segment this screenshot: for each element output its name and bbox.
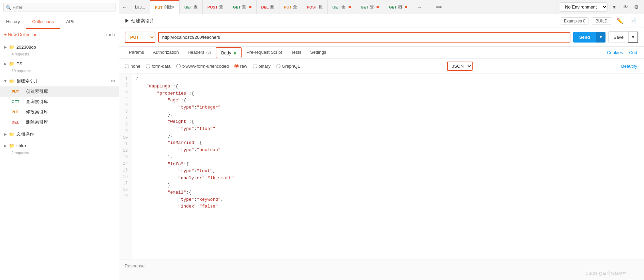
collection-header-shiro[interactable]: ▶ 📁 shiro — [0, 141, 119, 151]
eye-button[interactable]: 👁 — [621, 3, 630, 11]
collection-name: 创建索引库 — [16, 78, 39, 84]
collection-header-202308db[interactable]: ▶ 📁 202308db — [0, 42, 119, 52]
tab-put-all[interactable]: PUT 全 — [279, 0, 302, 14]
send-dropdown-button[interactable]: ▼ — [596, 32, 606, 43]
line-number: 15 — [121, 167, 131, 174]
config-button[interactable]: ⚙ — [632, 3, 641, 12]
tab-method-put: PUT — [284, 5, 292, 9]
tab-label: 查 — [194, 4, 198, 10]
collection-name: ES — [16, 61, 22, 66]
tab-post2[interactable]: POST 撞 — [302, 0, 328, 14]
tab-authorization[interactable]: Authorization — [149, 47, 183, 59]
json-format-select[interactable]: JSON — [447, 62, 473, 71]
radio-urlencoded[interactable]: x-www-form-urlencoded — [176, 64, 229, 69]
tab-put-create[interactable]: PUT 创建× — [150, 0, 180, 14]
save-button[interactable]: Save — [609, 32, 628, 43]
request-name: 查询索引库 — [26, 99, 48, 105]
line-number: 17 — [121, 180, 131, 187]
code-content[interactable]: { "mappings":{ "properties":{ "age":{ "t… — [132, 74, 644, 260]
save-dropdown-button[interactable]: ▼ — [628, 32, 638, 43]
more-tabs-button[interactable]: ••• — [433, 0, 445, 14]
line-number: 19 — [121, 193, 131, 200]
back-button[interactable]: ← — [119, 0, 130, 14]
request-item-put-create[interactable]: PUT 创建索引库 — [0, 86, 119, 97]
radio-raw[interactable]: raw — [234, 64, 247, 69]
line-number: 2 — [121, 82, 131, 89]
chevron-icon: ▶ — [4, 144, 7, 148]
sidebar-content: ▶ 📁 202308db 4 requests ▶ 📁 ES 10 reques… — [0, 40, 119, 280]
tab-del[interactable]: DEL 删 — [257, 0, 279, 14]
tab-get-query[interactable]: GET 查 — [180, 0, 203, 14]
sidebar-tab-apis[interactable]: APIs — [60, 15, 81, 29]
new-collection-button[interactable]: + New Collection — [4, 32, 37, 37]
scroll-right-button[interactable]: → — [414, 0, 425, 14]
edit-button[interactable]: ✏️ — [615, 17, 625, 25]
radio-none[interactable]: none — [125, 64, 140, 69]
collection-create-index: ▶ 📁 创建索引库 ••• PUT 创建索引库 GET 查询索引库 PUT 修改… — [0, 75, 119, 128]
request-item-put-modify[interactable]: PUT 修改索引库 — [0, 107, 119, 117]
tab-get-login[interactable]: GET 登. — [356, 0, 384, 14]
collection-202308db: ▶ 📁 202308db 4 requests — [0, 42, 119, 58]
folder-icon: 📁 — [9, 45, 14, 50]
method-select[interactable]: PUT — [125, 32, 155, 43]
more-icon[interactable]: ••• — [110, 78, 116, 84]
json-format-wrap: JSON — [447, 62, 473, 71]
tab-label: 全 — [293, 4, 297, 10]
chevron-icon: ▶ — [4, 45, 7, 49]
tab-label: 全. — [341, 4, 347, 10]
tab-body[interactable]: Body — [216, 47, 242, 58]
tab-settings[interactable]: Settings — [306, 47, 330, 59]
folder-icon: 📁 — [9, 143, 14, 148]
radio-binary[interactable]: binary — [253, 64, 271, 69]
breadcrumb-right: Examples 0 BUILD ✏️ 📄 — [561, 17, 639, 25]
line-numbers: 1 2 3 4 5 6 7 8 9 10 11 12 13 14 15 16 1… — [119, 74, 132, 260]
build-button[interactable]: BUILD — [592, 17, 611, 25]
collection-header-ES[interactable]: ▶ 📁 ES — [0, 59, 119, 69]
examples-button[interactable]: Examples 0 — [561, 17, 588, 25]
url-input[interactable] — [158, 32, 570, 43]
line-number: 4 — [121, 96, 131, 102]
cookies-button[interactable]: Cookies — [605, 49, 624, 56]
response-label: Response — [125, 263, 145, 268]
tab-get-test[interactable]: GET 测. — [384, 0, 412, 14]
env-dropdown-button[interactable]: ▼ — [610, 3, 619, 11]
tab-headers[interactable]: Headers (8) — [184, 47, 215, 59]
tab-post1[interactable]: POST 查 — [203, 0, 228, 14]
request-item-del[interactable]: DEL 删除索引库 — [0, 117, 119, 127]
line-number: 11 — [121, 141, 131, 148]
line-number: 12 — [121, 148, 131, 154]
docs-button[interactable]: 📄 — [628, 17, 639, 25]
trash-button[interactable]: Trash — [104, 32, 115, 37]
chevron-icon: ▶ — [4, 132, 7, 136]
radio-graphql[interactable]: GraphQL — [276, 64, 300, 69]
tab-method-put: PUT — [155, 5, 163, 10]
tab-method-get: GET — [333, 5, 340, 9]
folder-icon: 📁 — [9, 79, 14, 84]
collection-header-create-index[interactable]: ▶ 📁 创建索引库 ••• — [0, 76, 119, 86]
line-number: 9 — [121, 128, 131, 135]
request-breadcrumb: ▶ 创建索引库 Examples 0 BUILD ✏️ 📄 — [119, 14, 644, 28]
tab-get-query2[interactable]: GET 查. — [228, 0, 257, 14]
collection-header-doc-ops[interactable]: ▶ 📁 文档操作 — [0, 129, 119, 139]
radio-form-data[interactable]: form-data — [146, 64, 171, 69]
beautify-button[interactable]: Beautify — [620, 64, 639, 69]
sidebar-tab-history[interactable]: History — [0, 15, 26, 29]
body-options: none form-data x-www-form-urlencoded raw… — [119, 59, 644, 74]
tab-tests[interactable]: Tests — [287, 47, 305, 59]
collection-ES: ▶ 📁 ES 10 requests — [0, 58, 119, 75]
send-button[interactable]: Send — [573, 32, 596, 43]
collection-doc-ops: ▶ 📁 文档操作 — [0, 128, 119, 140]
tab-get-all[interactable]: GET 全. — [328, 0, 356, 14]
tab-pre-request[interactable]: Pre-request Script — [242, 47, 286, 59]
sidebar-tab-collections[interactable]: Collections — [26, 15, 60, 29]
tab-lau[interactable]: Lau... — [130, 0, 150, 14]
filter-input[interactable] — [3, 3, 116, 12]
environment-select[interactable]: No Environment — [560, 2, 608, 12]
tab-params[interactable]: Params — [125, 47, 148, 59]
add-tab-button[interactable]: + — [425, 0, 433, 14]
request-item-get-query[interactable]: GET 查询索引库 — [0, 97, 119, 107]
code-button[interactable]: Cod — [628, 49, 639, 56]
line-number: 16 — [121, 174, 131, 180]
body-dot — [234, 52, 236, 54]
top-bar: ← Lau... PUT 创建× GET 查 POST 查 GET 查. DEL… — [119, 0, 644, 14]
